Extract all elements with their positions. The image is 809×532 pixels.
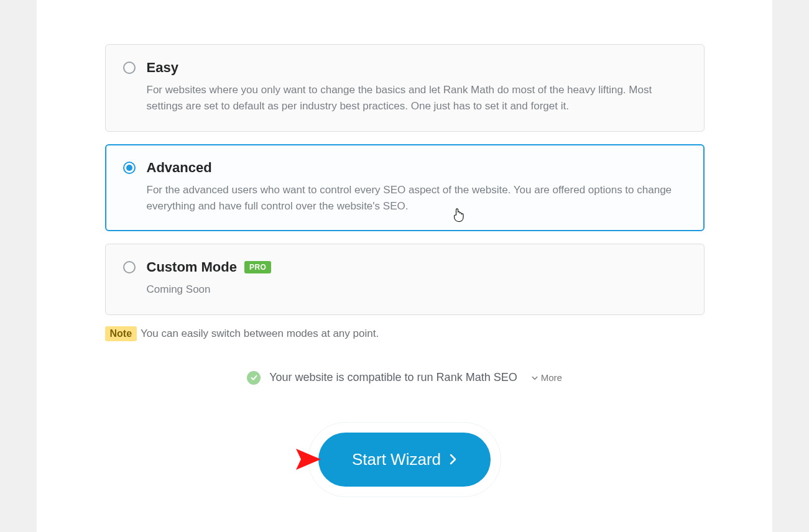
svg-marker-1 — [296, 449, 321, 470]
radio-icon — [123, 62, 136, 74]
compatibility-text: Your website is compatible to run Rank M… — [269, 371, 517, 384]
note-text: You can easily switch between modes at a… — [141, 328, 379, 340]
check-circle-icon — [247, 371, 261, 385]
radio-icon — [123, 162, 136, 174]
mode-option-advanced[interactable]: Advanced For the advanced users who want… — [105, 144, 705, 232]
note-badge: Note — [105, 326, 137, 341]
mode-option-easy[interactable]: Easy For websites where you only want to… — [105, 44, 705, 132]
radio-icon — [123, 261, 136, 273]
note-row: Note You can easily switch between modes… — [105, 326, 705, 341]
compatibility-row: Your website is compatible to run Rank M… — [105, 371, 705, 385]
mode-desc-advanced: For the advanced users who want to contr… — [147, 182, 686, 215]
annotation-arrow-icon — [221, 444, 321, 475]
more-label: More — [541, 372, 562, 383]
chevron-down-icon — [531, 374, 539, 382]
mode-desc-custom: Coming Soon — [147, 282, 686, 298]
mode-title-advanced: Advanced — [147, 160, 212, 176]
start-wizard-label: Start Wizard — [352, 450, 441, 469]
mode-title-custom: Custom Mode — [147, 259, 237, 275]
chevron-right-icon — [450, 454, 457, 465]
pro-badge: PRO — [244, 261, 272, 273]
mode-option-custom[interactable]: Custom Mode PRO Coming Soon — [105, 244, 705, 314]
mode-title-easy: Easy — [147, 60, 178, 76]
cta-halo: Start Wizard — [308, 422, 501, 497]
more-toggle[interactable]: More — [531, 372, 562, 383]
mode-desc-easy: For websites where you only want to chan… — [147, 82, 686, 115]
start-wizard-button[interactable]: Start Wizard — [318, 433, 491, 487]
